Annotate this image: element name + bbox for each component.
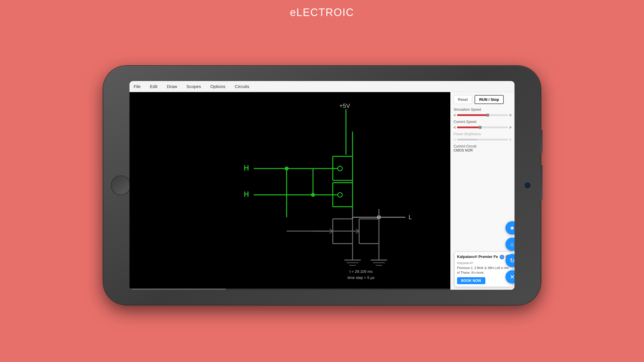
svg-text:L: L bbox=[409, 214, 412, 220]
fab-star[interactable]: ★ bbox=[505, 221, 514, 235]
pow-bright-right-arrow: > bbox=[509, 137, 512, 142]
pow-bright-track bbox=[457, 139, 508, 140]
sim-speed-track[interactable] bbox=[457, 114, 508, 116]
progress-bar bbox=[130, 289, 450, 290]
curr-speed-thumb[interactable] bbox=[479, 126, 482, 129]
menu-file[interactable]: File bbox=[132, 83, 142, 89]
ad-info-icon[interactable]: i bbox=[500, 255, 504, 259]
power-brightness-label: Power Brightness bbox=[454, 132, 512, 136]
svg-text:H: H bbox=[244, 164, 249, 172]
sim-speed-thumb[interactable] bbox=[486, 114, 489, 117]
sim-speed-fill bbox=[457, 114, 488, 116]
pow-bright-left-arrow: < bbox=[454, 137, 456, 142]
phone-screen: File Edit Draw Scopes Options Circuits +… bbox=[130, 81, 514, 290]
ad-book-button[interactable]: BOOK NOW bbox=[457, 277, 485, 284]
progress-fill bbox=[130, 289, 226, 290]
ad-header: Kalpataru® Premier Fe i ✕ bbox=[457, 254, 510, 259]
menu-circuits[interactable]: Circuits bbox=[234, 83, 251, 89]
ad-description: Premium 2, 3 BHK & 3BH Loft in the of Th… bbox=[457, 266, 510, 275]
svg-point-18 bbox=[338, 166, 342, 171]
svg-text:H: H bbox=[244, 190, 249, 198]
fab-home[interactable]: ⌂ bbox=[505, 238, 514, 251]
current-circuit-label: Current Circuit: bbox=[454, 144, 512, 148]
curr-speed-fill bbox=[457, 126, 480, 128]
menu-edit[interactable]: Edit bbox=[149, 83, 159, 89]
curr-speed-track[interactable] bbox=[457, 126, 508, 128]
curr-speed-left-arrow[interactable]: < bbox=[454, 125, 456, 130]
voltage-label: +5V bbox=[340, 103, 350, 109]
fab-close[interactable]: ✕ bbox=[505, 270, 514, 284]
time-t: t = 29.105 ms bbox=[348, 269, 374, 275]
camera-icon bbox=[524, 182, 531, 189]
ad-overlay: Kalpataru® Premier Fe i ✕ Kalpataru® Pre… bbox=[454, 252, 513, 287]
svg-point-24 bbox=[338, 193, 342, 197]
ad-float-buttons: ★ ⌂ ↻ ✕ bbox=[505, 221, 514, 284]
home-button[interactable] bbox=[111, 175, 131, 195]
phone-device: File Edit Draw Scopes Options Circuits +… bbox=[103, 66, 541, 305]
fab-refresh[interactable]: ↻ bbox=[505, 254, 514, 267]
side-button-top[interactable] bbox=[540, 130, 542, 153]
sim-speed-left-arrow[interactable]: < bbox=[454, 113, 456, 117]
side-button-bottom[interactable] bbox=[540, 165, 542, 200]
time-step: time step = 5 µs bbox=[348, 275, 374, 281]
menu-scopes[interactable]: Scopes bbox=[185, 83, 202, 89]
control-buttons: Reset RUN / Stop bbox=[454, 95, 512, 104]
ad-source: Kalpataru® bbox=[457, 261, 510, 265]
menu-options[interactable]: Options bbox=[209, 83, 227, 89]
simulation-speed-label: Simulation Speed bbox=[454, 108, 512, 112]
reset-button[interactable]: Reset bbox=[454, 95, 472, 104]
power-brightness-slider: < > bbox=[454, 137, 512, 142]
app-title: eLECTROIC bbox=[290, 6, 354, 19]
menu-bar: File Edit Draw Scopes Options Circuits bbox=[130, 81, 514, 92]
time-info: t = 29.105 ms time step = 5 µs bbox=[348, 269, 374, 281]
ad-title: Kalpataru® Premier Fe bbox=[457, 254, 498, 259]
right-panel: Reset RUN / Stop Simulation Speed < > Cu… bbox=[450, 92, 514, 290]
current-speed-slider[interactable]: < > bbox=[454, 125, 512, 130]
simulation-speed-slider[interactable]: < > bbox=[454, 113, 512, 117]
curr-speed-right-arrow[interactable]: > bbox=[509, 125, 512, 130]
sim-speed-right-arrow[interactable]: > bbox=[509, 113, 512, 117]
phone-body: File Edit Draw Scopes Options Circuits +… bbox=[103, 66, 541, 305]
circuit-area: +5V H H bbox=[130, 92, 450, 290]
run-stop-button[interactable]: RUN / Stop bbox=[475, 95, 504, 104]
current-speed-label: Current Speed bbox=[454, 120, 512, 124]
menu-draw[interactable]: Draw bbox=[166, 83, 178, 89]
current-circuit-name: CMOS NOR bbox=[454, 148, 512, 152]
